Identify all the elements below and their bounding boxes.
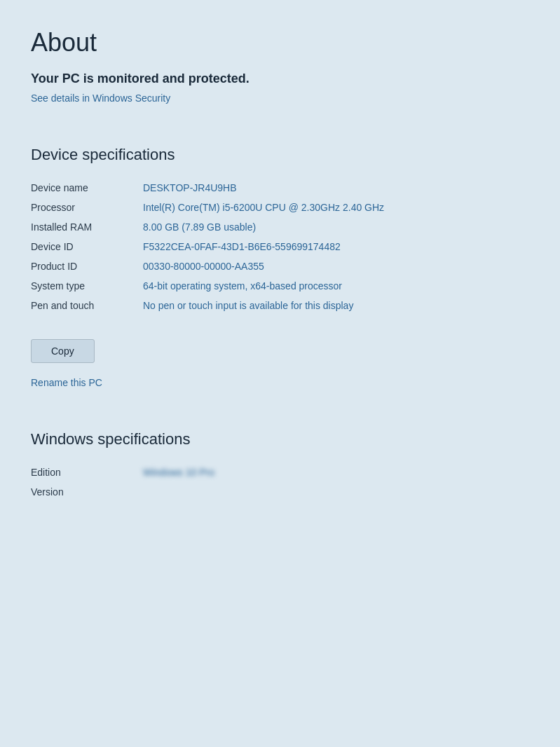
table-row: ProcessorIntel(R) Core(TM) i5-6200U CPU … bbox=[31, 198, 529, 217]
version-value bbox=[143, 482, 529, 502]
edition-value: Windows 10 Pro bbox=[143, 462, 529, 482]
spec-label: Processor bbox=[31, 198, 143, 217]
spec-value: F5322CEA-0FAF-43D1-B6E6-559699174482 bbox=[143, 237, 529, 256]
table-row: Pen and touchNo pen or touch input is av… bbox=[31, 296, 529, 315]
edition-label: Edition bbox=[31, 462, 143, 482]
spec-label: Product ID bbox=[31, 256, 143, 276]
spec-label: Device name bbox=[31, 178, 143, 198]
spec-value: DESKTOP-JR4U9HB bbox=[143, 178, 529, 198]
spec-label: Installed RAM bbox=[31, 217, 143, 237]
table-row: Edition Windows 10 Pro bbox=[31, 462, 529, 482]
spec-value: 00330-80000-00000-AA355 bbox=[143, 256, 529, 276]
windows-specs-table: Edition Windows 10 Pro Version bbox=[31, 462, 529, 502]
page-title: About bbox=[31, 28, 529, 57]
device-specs-title: Device specifications bbox=[31, 146, 529, 164]
copy-button[interactable]: Copy bbox=[31, 339, 95, 363]
spec-label: System type bbox=[31, 276, 143, 296]
table-row: Version bbox=[31, 482, 529, 502]
security-status: Your PC is monitored and protected. bbox=[31, 71, 529, 86]
table-row: Installed RAM8.00 GB (7.89 GB usable) bbox=[31, 217, 529, 237]
spec-value: No pen or touch input is available for t… bbox=[143, 296, 529, 315]
spec-value: Intel(R) Core(TM) i5-6200U CPU @ 2.30GHz… bbox=[143, 198, 529, 217]
spec-label: Device ID bbox=[31, 237, 143, 256]
table-row: System type64-bit operating system, x64-… bbox=[31, 276, 529, 296]
table-row: Device IDF5322CEA-0FAF-43D1-B6E6-5596991… bbox=[31, 237, 529, 256]
spec-label: Pen and touch bbox=[31, 296, 143, 315]
spec-value: 64-bit operating system, x64-based proce… bbox=[143, 276, 529, 296]
windows-specs-section: Windows specifications Edition Windows 1… bbox=[31, 430, 529, 502]
table-row: Device nameDESKTOP-JR4U9HB bbox=[31, 178, 529, 198]
device-specs-table: Device nameDESKTOP-JR4U9HBProcessorIntel… bbox=[31, 178, 529, 315]
table-row: Product ID00330-80000-00000-AA355 bbox=[31, 256, 529, 276]
windows-security-link[interactable]: See details in Windows Security bbox=[31, 92, 170, 104]
version-label: Version bbox=[31, 482, 143, 502]
spec-value: 8.00 GB (7.89 GB usable) bbox=[143, 217, 529, 237]
windows-specs-title: Windows specifications bbox=[31, 430, 529, 448]
rename-pc-link[interactable]: Rename this PC bbox=[31, 377, 102, 388]
